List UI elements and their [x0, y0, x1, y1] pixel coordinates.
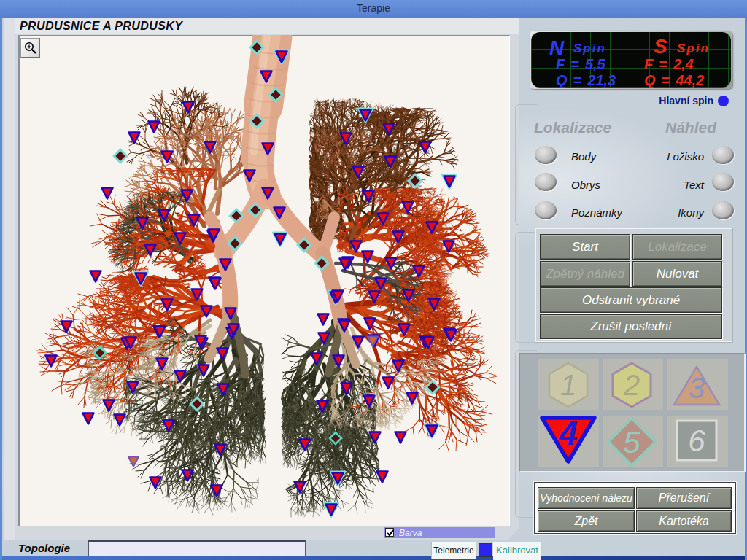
svg-text:4: 4: [558, 414, 578, 452]
svg-text:6: 6: [688, 424, 705, 458]
svg-text:1: 1: [560, 369, 576, 401]
svg-text:3: 3: [689, 372, 705, 404]
svg-text:5: 5: [623, 425, 640, 459]
svg-text:2: 2: [623, 369, 640, 401]
